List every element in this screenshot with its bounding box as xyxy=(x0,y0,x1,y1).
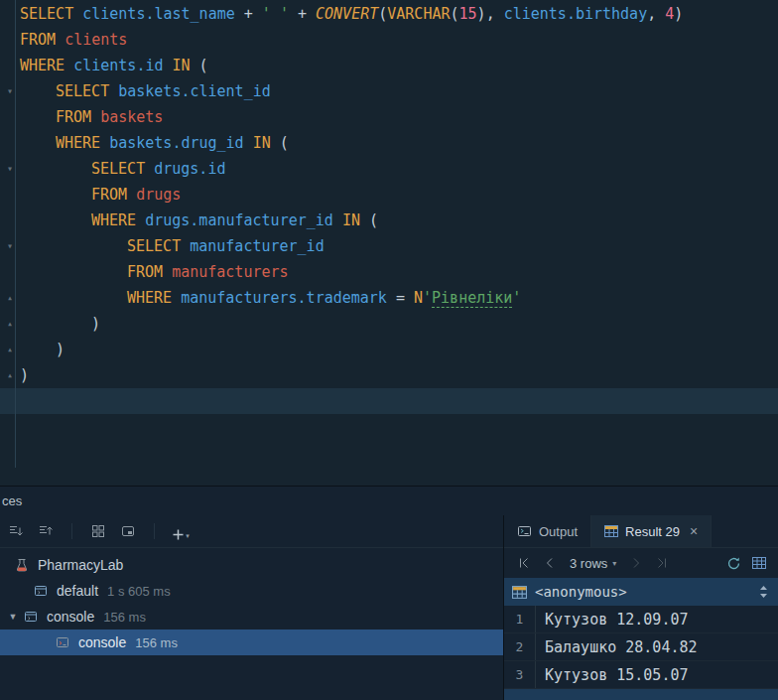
fold-up-icon[interactable]: ▴ xyxy=(0,362,20,388)
page-size-button[interactable]: 3 rows ▾ xyxy=(566,556,620,571)
code-line[interactable]: WHERE clients.id IN ( xyxy=(0,53,778,78)
token-kw: IN xyxy=(342,211,360,229)
task-icon xyxy=(23,609,39,625)
row-value[interactable]: Балаушко 28.04.82 xyxy=(536,633,698,660)
services-tool-window: ces ▾ xyxy=(0,486,778,700)
tree-item-label: default xyxy=(57,583,98,599)
token-pl xyxy=(333,211,342,229)
token-str: ' ' xyxy=(262,5,289,23)
first-page-button[interactable] xyxy=(514,553,534,573)
add-service-button[interactable]: ▾ xyxy=(171,521,191,541)
sql-editor[interactable]: SELECT clients.last_name + ' ' + CONVERT… xyxy=(0,0,778,486)
code-line[interactable]: SELECT clients.last_name + ' ' + CONVERT… xyxy=(0,1,778,27)
result-row[interactable]: 1Кутузов 12.09.07 xyxy=(504,606,778,633)
code-line[interactable]: ▴) xyxy=(0,337,778,362)
token-kw: SELECT xyxy=(56,82,109,100)
next-page-button[interactable] xyxy=(626,553,646,573)
fold-down-icon[interactable]: ▾ xyxy=(0,78,20,104)
code-line[interactable]: ▾SELECT drugs.id xyxy=(0,156,778,182)
code-line[interactable]: ▴WHERE manufacturers.trademark = N'Рівне… xyxy=(0,285,778,311)
code-line[interactable]: FROM clients xyxy=(0,27,778,53)
token-pl xyxy=(91,108,100,126)
token-pl: ( xyxy=(378,5,387,23)
result-grid-header[interactable]: <anonymous> xyxy=(504,578,778,606)
token-id: clients.id xyxy=(73,57,163,74)
close-icon[interactable]: × xyxy=(690,524,698,538)
code-line-text: FROM manufacturers xyxy=(20,259,289,285)
token-pl: + xyxy=(289,5,316,23)
chevron-down-icon: ▾ xyxy=(186,531,190,541)
previous-page-button[interactable] xyxy=(540,553,560,573)
token-pl: ) xyxy=(91,315,100,333)
token-kw: SELECT xyxy=(127,237,181,255)
code-line[interactable]: FROM drugs xyxy=(0,182,778,208)
token-str: ' xyxy=(512,289,521,307)
fold-up-icon[interactable]: ▴ xyxy=(0,337,20,362)
group-by-icon[interactable] xyxy=(88,521,108,541)
tree-row[interactable]: PharmacyLab xyxy=(0,552,503,578)
tree-row[interactable]: default1 s 605 ms xyxy=(0,578,503,604)
tree-item-label: console xyxy=(78,634,126,650)
results-pane: Output Result 29 × xyxy=(504,515,778,700)
token-id: drugs.id xyxy=(154,160,225,178)
gutter-cell xyxy=(0,208,20,233)
token-pl xyxy=(109,82,118,100)
code-line-text: WHERE manufacturers.trademark = N'Рівнел… xyxy=(20,285,521,311)
tab-result[interactable]: Result 29 × xyxy=(591,515,712,547)
tool-window-body: ▾ PharmacyLabdefault1 s 605 ms▼console15… xyxy=(0,515,778,700)
token-kw: FROM xyxy=(127,263,163,281)
row-value[interactable]: Кутузов 15.05.07 xyxy=(536,661,689,688)
token-kw: WHERE xyxy=(127,289,172,307)
tree-row[interactable]: ▼console156 ms xyxy=(0,604,503,630)
token-kw: IN xyxy=(253,134,271,152)
code-line[interactable]: FROM manufacturers xyxy=(0,259,778,285)
result-row[interactable]: 3Кутузов 15.05.07 xyxy=(504,661,778,689)
code-line[interactable]: FROM baskets xyxy=(0,104,778,130)
code-line-text: WHERE clients.id IN ( xyxy=(20,53,208,78)
row-value[interactable]: Кутузов 12.09.07 xyxy=(536,606,689,632)
token-kw: FROM xyxy=(56,108,91,126)
tree-expand-icon[interactable]: ▼ xyxy=(6,612,20,622)
row-number: 3 xyxy=(504,661,536,688)
token-pl: + xyxy=(235,5,262,23)
code-line[interactable]: ▾SELECT manufacturer_id xyxy=(0,233,778,259)
code-line[interactable]: WHERE baskets.drug_id IN ( xyxy=(0,130,778,156)
view-options-icon[interactable] xyxy=(118,521,138,541)
result-row[interactable]: 2Балаушко 28.04.82 xyxy=(504,633,778,661)
token-pl xyxy=(127,186,136,204)
code-line[interactable]: WHERE drugs.manufacturer_id IN ( xyxy=(0,208,778,233)
fold-down-icon[interactable]: ▾ xyxy=(0,233,20,259)
token-pl xyxy=(65,57,73,74)
token-id: manufacturers.trademark xyxy=(181,289,387,307)
token-pl: ) xyxy=(56,341,65,358)
expand-all-icon[interactable] xyxy=(6,521,26,541)
row-number: 2 xyxy=(504,633,536,660)
table-view-icon[interactable] xyxy=(749,553,769,573)
gutter-cell xyxy=(0,53,20,78)
caret-line[interactable] xyxy=(0,388,778,414)
collapse-all-icon[interactable] xyxy=(36,521,56,541)
token-pl xyxy=(172,289,181,307)
fold-down-icon[interactable]: ▾ xyxy=(0,156,20,182)
code-line[interactable]: ▾SELECT baskets.client_id xyxy=(0,78,778,104)
token-kw: FROM xyxy=(91,186,127,204)
toolbar-separator xyxy=(154,523,155,539)
sort-icon[interactable] xyxy=(759,585,768,599)
last-page-button[interactable] xyxy=(652,553,672,573)
code-line[interactable]: ▴) xyxy=(0,311,778,337)
horizontal-scrollbar[interactable] xyxy=(504,689,778,700)
tree-item-label: PharmacyLab xyxy=(38,557,123,573)
code-line[interactable]: ▴) xyxy=(0,362,778,388)
fold-up-icon[interactable]: ▴ xyxy=(0,285,20,311)
token-pl xyxy=(244,134,253,152)
token-id: clients.birthday xyxy=(504,5,648,23)
tree-row[interactable]: console156 ms xyxy=(0,630,503,655)
code-line-text: FROM clients xyxy=(20,27,127,53)
session-icon xyxy=(14,557,30,573)
refresh-icon[interactable] xyxy=(723,553,743,573)
code-line-text: ) xyxy=(20,337,65,362)
tree-item-time: 156 ms xyxy=(103,610,146,625)
tool-window-title: ces xyxy=(0,487,778,515)
tab-output[interactable]: Output xyxy=(504,515,591,547)
fold-up-icon[interactable]: ▴ xyxy=(0,311,20,337)
